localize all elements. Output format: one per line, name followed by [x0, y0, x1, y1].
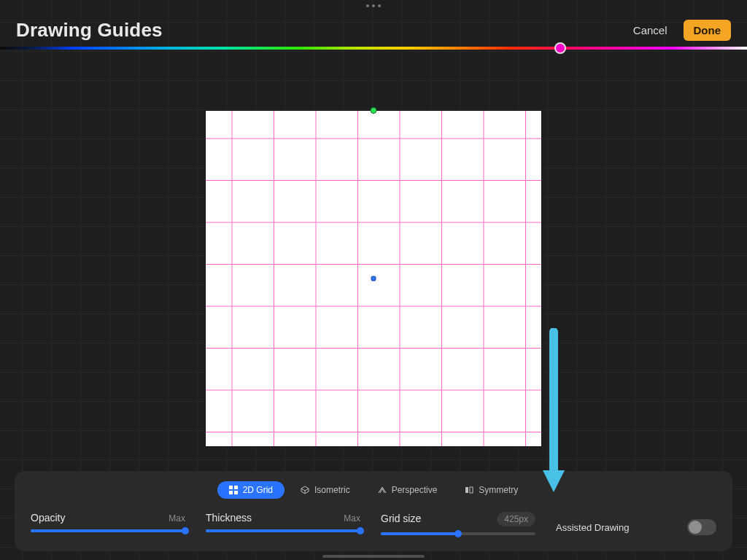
opacity-value: Max — [169, 513, 185, 524]
guide-mode-isometric[interactable]: Isometric — [289, 481, 362, 499]
guide-mode-segmented: 2D Grid Isometric Perspective Symmetry — [217, 481, 530, 499]
rotation-handle[interactable] — [371, 107, 377, 114]
guide-mode-symmetry[interactable]: Symmetry — [453, 481, 530, 499]
isometric-icon — [301, 486, 309, 494]
toggle-knob — [689, 521, 702, 534]
header-bar: Drawing Guides Cancel Done — [0, 0, 747, 52]
guide-mode-label: Perspective — [392, 486, 438, 494]
thickness-slider[interactable] — [206, 529, 360, 532]
color-spectrum-slider[interactable] — [0, 47, 747, 50]
guide-mode-perspective[interactable]: Perspective — [366, 481, 449, 499]
svg-rect-0 — [229, 486, 233, 489]
color-spectrum-thumb[interactable] — [556, 44, 565, 52]
opacity-slider[interactable] — [31, 529, 185, 532]
cancel-button[interactable]: Cancel — [633, 24, 667, 36]
guide-mode-label: Isometric — [314, 486, 350, 494]
symmetry-icon — [465, 486, 473, 494]
assisted-drawing-label: Assisted Drawing — [556, 522, 629, 533]
thickness-value: Max — [344, 513, 360, 524]
page-title: Drawing Guides — [16, 19, 163, 42]
grid-size-value[interactable]: 425px — [497, 512, 535, 526]
assisted-drawing-toggle[interactable] — [687, 519, 716, 535]
svg-rect-2 — [229, 491, 233, 494]
thickness-control: Thickness Max — [206, 512, 360, 532]
grid-size-control: Grid size 425px — [381, 512, 535, 535]
grid-size-slider[interactable] — [381, 532, 535, 535]
drag-handle-icon[interactable] — [366, 4, 381, 7]
thickness-label: Thickness — [206, 512, 252, 524]
opacity-label: Opacity — [31, 512, 65, 524]
opacity-control: Opacity Max — [31, 512, 185, 532]
guide-mode-label: 2D Grid — [243, 486, 273, 494]
canvas-grid — [206, 111, 541, 446]
svg-rect-1 — [234, 486, 238, 489]
header-actions: Cancel Done — [633, 20, 731, 41]
done-button[interactable]: Done — [684, 20, 732, 41]
guide-mode-2d-grid[interactable]: 2D Grid — [217, 481, 285, 499]
home-indicator — [322, 555, 425, 558]
svg-rect-4 — [465, 487, 468, 493]
center-handle[interactable] — [371, 276, 376, 281]
svg-rect-3 — [234, 491, 238, 494]
svg-rect-5 — [470, 487, 473, 493]
bottom-panel: 2D Grid Isometric Perspective Symmetry — [15, 471, 732, 551]
assisted-drawing-control: Assisted Drawing — [556, 512, 716, 535]
guide-mode-label: Symmetry — [479, 486, 518, 494]
perspective-icon — [378, 486, 387, 494]
grid-2d-icon — [229, 486, 238, 494]
grid-size-label: Grid size — [381, 513, 421, 524]
canvas-preview[interactable] — [206, 111, 541, 446]
